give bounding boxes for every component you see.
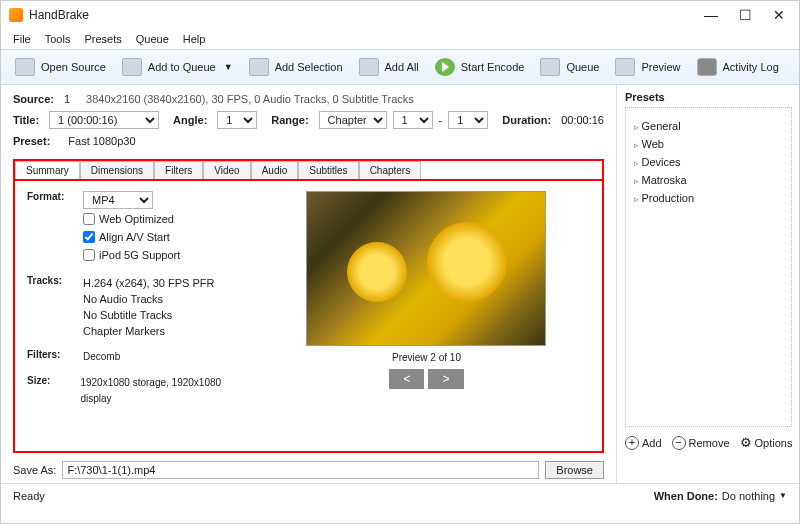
chevron-down-icon: ▼ <box>224 62 233 72</box>
range-from-select[interactable]: 1 <box>393 111 433 129</box>
range-label: Range: <box>271 114 308 126</box>
when-done-value[interactable]: Do nothing <box>722 490 775 502</box>
presets-list: General Web Devices Matroska Production <box>625 107 792 427</box>
title-select[interactable]: 1 (00:00:16) <box>49 111 159 129</box>
web-optimized-checkbox[interactable] <box>83 213 95 225</box>
range-type-select[interactable]: Chapters <box>319 111 387 129</box>
preset-general[interactable]: General <box>634 120 783 132</box>
preset-web[interactable]: Web <box>634 138 783 150</box>
add-selection-button[interactable]: Add Selection <box>243 56 349 78</box>
range-to-select[interactable]: 1 <box>448 111 488 129</box>
menu-help[interactable]: Help <box>183 33 206 45</box>
save-as-input[interactable] <box>62 461 539 479</box>
align-av-checkbox[interactable] <box>83 231 95 243</box>
add-all-button[interactable]: Add All <box>353 56 425 78</box>
tab-audio[interactable]: Audio <box>251 161 299 179</box>
filters-label: Filters: <box>27 349 83 365</box>
app-logo <box>9 8 23 22</box>
menu-tools[interactable]: Tools <box>45 33 71 45</box>
preview-next-button[interactable]: > <box>428 369 463 389</box>
addall-icon <box>359 58 379 76</box>
log-icon <box>697 58 717 76</box>
menu-queue[interactable]: Queue <box>136 33 169 45</box>
activity-log-button[interactable]: Activity Log <box>691 56 785 78</box>
selection-icon <box>249 58 269 76</box>
browse-button[interactable]: Browse <box>545 461 604 479</box>
minus-icon: − <box>672 436 686 450</box>
format-label: Format: <box>27 191 83 265</box>
preview-image <box>306 191 546 346</box>
add-preset-button[interactable]: +Add <box>625 436 662 450</box>
maximize-button[interactable]: ☐ <box>737 7 753 23</box>
tab-subtitles[interactable]: Subtitles <box>298 161 358 179</box>
title-label: Title: <box>13 114 39 126</box>
size-label: Size: <box>27 375 80 407</box>
gear-icon: ⚙ <box>740 435 752 450</box>
tab-video[interactable]: Video <box>203 161 250 179</box>
format-select[interactable]: MP4 <box>83 191 153 209</box>
presets-header: Presets <box>625 91 792 103</box>
options-button[interactable]: ⚙Options <box>740 435 793 450</box>
source-info: 3840x2160 (3840x2160), 30 FPS, 0 Audio T… <box>86 93 414 105</box>
size-value: 1920x1080 storage, 1920x1080 display <box>80 375 247 407</box>
add-to-queue-button[interactable]: Add to Queue▼ <box>116 56 239 78</box>
range-dash: - <box>439 114 443 126</box>
tracks-label: Tracks: <box>27 275 83 339</box>
tabs: Summary Dimensions Filters Video Audio S… <box>13 159 604 179</box>
tracks-video: H.264 (x264), 30 FPS PFR <box>83 275 214 291</box>
duration-value: 00:00:16 <box>561 114 604 126</box>
plus-icon: + <box>625 436 639 450</box>
save-as-label: Save As: <box>13 464 56 476</box>
tab-filters[interactable]: Filters <box>154 161 203 179</box>
status-text: Ready <box>13 490 45 502</box>
window-title: HandBrake <box>29 8 703 22</box>
start-encode-button[interactable]: Start Encode <box>429 56 531 78</box>
menu-presets[interactable]: Presets <box>84 33 121 45</box>
tracks-chapters: Chapter Markers <box>83 323 214 339</box>
minimize-button[interactable]: — <box>703 7 719 23</box>
source-label: Source: <box>13 93 54 105</box>
open-source-button[interactable]: Open Source <box>9 56 112 78</box>
tracks-audio: No Audio Tracks <box>83 291 214 307</box>
angle-label: Angle: <box>173 114 207 126</box>
tracks-subtitle: No Subtitle Tracks <box>83 307 214 323</box>
source-index: 1 <box>64 93 70 105</box>
queue-icon <box>540 58 560 76</box>
queue-button[interactable]: Queue <box>534 56 605 78</box>
preset-value: Fast 1080p30 <box>68 135 135 147</box>
play-icon <box>435 58 455 76</box>
remove-preset-button[interactable]: −Remove <box>672 436 730 450</box>
film-icon <box>15 58 35 76</box>
when-done-label: When Done: <box>654 490 718 502</box>
preview-counter: Preview 2 of 10 <box>392 352 461 363</box>
preview-icon <box>615 58 635 76</box>
tab-summary[interactable]: Summary <box>15 161 80 179</box>
queue-add-icon <box>122 58 142 76</box>
close-button[interactable]: ✕ <box>771 7 787 23</box>
preset-matroska[interactable]: Matroska <box>634 174 783 186</box>
preset-label: Preset: <box>13 135 50 147</box>
tab-chapters[interactable]: Chapters <box>359 161 422 179</box>
preview-button[interactable]: Preview <box>609 56 686 78</box>
preview-prev-button[interactable]: < <box>389 369 424 389</box>
menu-file[interactable]: File <box>13 33 31 45</box>
filters-value: Decomb <box>83 349 120 365</box>
ipod-checkbox[interactable] <box>83 249 95 261</box>
angle-select[interactable]: 1 <box>217 111 257 129</box>
tab-dimensions[interactable]: Dimensions <box>80 161 154 179</box>
chevron-down-icon[interactable]: ▼ <box>779 491 787 500</box>
tab-body: Format: MP4 Web Optimized Align A/V Star… <box>13 179 604 453</box>
preset-production[interactable]: Production <box>634 192 783 204</box>
preset-devices[interactable]: Devices <box>634 156 783 168</box>
duration-label: Duration: <box>502 114 551 126</box>
